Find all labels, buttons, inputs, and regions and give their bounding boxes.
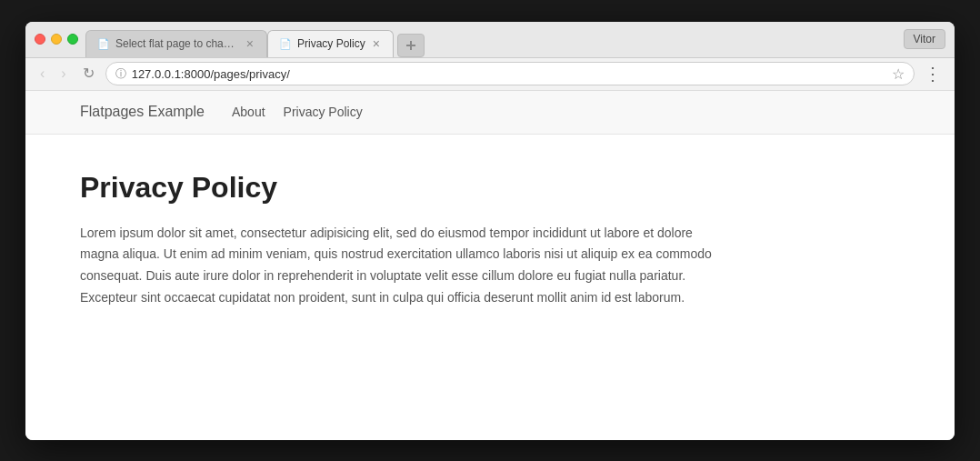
close-button[interactable] (35, 34, 45, 45)
nav-privacy-policy[interactable]: Privacy Policy (284, 105, 363, 119)
tab-privacy-policy[interactable]: 📄 Privacy Policy × (267, 30, 394, 57)
more-options-icon[interactable]: ⋮ (920, 63, 945, 85)
back-button[interactable]: ‹ (35, 63, 50, 85)
new-tab-button[interactable] (397, 34, 425, 57)
site-body: Privacy Policy Lorem ipsum dolor sit ame… (25, 135, 955, 346)
site-brand: Flatpages Example (80, 104, 205, 120)
browser-actions: Vitor (904, 29, 945, 49)
forward-button[interactable]: › (55, 63, 71, 85)
tab1-icon: 📄 (97, 38, 110, 50)
reload-button[interactable]: ↻ (77, 63, 100, 85)
tab2-icon: 📄 (279, 38, 292, 50)
lock-icon: ⓘ (115, 66, 126, 82)
bookmark-icon[interactable]: ☆ (892, 65, 905, 83)
tab2-title: Privacy Policy (297, 37, 365, 50)
nav-about[interactable]: About (232, 105, 265, 119)
svg-rect-1 (406, 45, 415, 46)
tab1-close-icon[interactable]: × (245, 35, 255, 52)
nav-bar: ‹ › ↻ ⓘ 127.0.0.1:8000/pages/privacy/ ☆ … (25, 58, 955, 91)
site-nav: About Privacy Policy (232, 105, 363, 119)
page-body-text: Lorem ipsum dolor sit amet, consectetur … (80, 223, 735, 309)
page-title: Privacy Policy (80, 171, 900, 205)
site-navbar: Flatpages Example About Privacy Policy (25, 91, 955, 135)
tab2-close-icon[interactable]: × (371, 35, 382, 52)
tab-select-flat-page[interactable]: 📄 Select flat page to change | D... × (85, 30, 267, 57)
traffic-lights (35, 34, 78, 45)
maximize-button[interactable] (67, 34, 78, 45)
tab1-title: Select flat page to change | D... (115, 37, 239, 50)
browser-window: 📄 Select flat page to change | D... × 📄 … (25, 22, 955, 440)
minimize-button[interactable] (51, 34, 62, 45)
profile-button[interactable]: Vitor (904, 29, 945, 49)
tab-bar: 📄 Select flat page to change | D... × 📄 … (85, 22, 896, 57)
title-bar: 📄 Select flat page to change | D... × 📄 … (25, 22, 955, 58)
address-bar[interactable]: ⓘ 127.0.0.1:8000/pages/privacy/ ☆ (105, 62, 915, 85)
address-url: 127.0.0.1:8000/pages/privacy/ (132, 67, 886, 81)
page-content: Flatpages Example About Privacy Policy P… (25, 91, 955, 440)
